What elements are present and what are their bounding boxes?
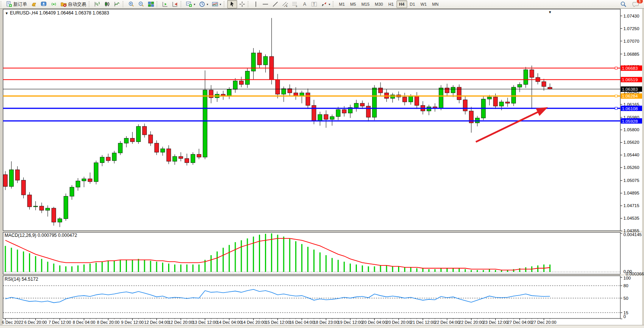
new-chart-icon	[186, 1, 192, 7]
timeframe-M15[interactable]: M15	[359, 0, 372, 8]
svg-text:1.07250: 1.07250	[623, 26, 639, 31]
toolbar-grip[interactable]	[123, 1, 125, 7]
svg-text:50: 50	[623, 296, 628, 301]
horizontal-line-button[interactable]	[260, 0, 270, 8]
candlestick-button[interactable]	[102, 0, 112, 8]
vertical-line-icon	[253, 1, 259, 7]
chevron-down-icon: ▾	[329, 3, 330, 6]
svg-text:1.04535: 1.04535	[623, 216, 639, 220]
vertical-line-button[interactable]	[251, 0, 260, 8]
chevron-down-icon: ▾	[207, 3, 208, 6]
svg-text:22 Dec 04:00: 22 Dec 04:00	[435, 320, 459, 325]
cursor-button[interactable]	[227, 0, 237, 8]
gold-button[interactable]	[29, 0, 39, 8]
svg-text:27 Dec 04:00: 27 Dec 04:00	[507, 320, 532, 325]
text-icon: A	[302, 1, 307, 7]
periods-button[interactable]: ▾	[197, 0, 210, 8]
arrows-button[interactable]: ▾	[319, 0, 332, 8]
timeframe-M30[interactable]: M30	[372, 0, 385, 8]
svg-text:20 Dec 04:00: 20 Dec 04:00	[362, 320, 387, 325]
zoom-in-button[interactable]	[126, 0, 136, 8]
signal-button[interactable]	[49, 0, 59, 8]
chart-canvas[interactable]: 1.074301.072501.070701.068851.067051.065…	[0, 0, 644, 328]
auto-trading-button[interactable]: 自动交易	[59, 0, 88, 8]
timeframe-MN[interactable]: MN	[429, 0, 441, 8]
svg-text:1.05800: 1.05800	[623, 127, 639, 132]
chart-shift-button[interactable]	[160, 0, 170, 8]
svg-text:T: T	[313, 2, 315, 6]
chart-shift-icon	[162, 1, 168, 7]
candlestick-icon	[104, 1, 110, 7]
trendline-button[interactable]	[270, 0, 280, 8]
svg-text:F: F	[296, 5, 297, 7]
svg-text:1.07430: 1.07430	[623, 14, 639, 18]
svg-text:0.004145: 0.004145	[623, 232, 642, 237]
timeframe-M5[interactable]: M5	[347, 0, 358, 8]
notifications-button[interactable]: 1	[631, 0, 641, 8]
toolbar-grip[interactable]	[224, 1, 226, 7]
new-order-button[interactable]: 新订单	[4, 0, 29, 8]
svg-text:100: 100	[623, 276, 631, 280]
search-icon	[620, 1, 626, 7]
templates-button[interactable]: ▾	[210, 0, 223, 8]
trade-toolbar: 新订单 自动交易	[0, 0, 88, 8]
svg-text:9 Dec 12:00: 9 Dec 12:00	[121, 320, 144, 325]
line-chart-icon	[114, 1, 120, 7]
svg-text:15 Dec 12:00: 15 Dec 12:00	[265, 320, 290, 325]
auto-scroll-button[interactable]	[170, 0, 180, 8]
toolbar-grip[interactable]	[157, 1, 159, 7]
svg-text:8 Dec 04:00: 8 Dec 04:00	[73, 320, 95, 325]
toolbar-grip[interactable]	[333, 1, 335, 7]
fibonacci-button[interactable]: F	[290, 0, 300, 8]
window-left-edge	[0, 8, 3, 328]
search-button[interactable]	[618, 0, 628, 8]
auto-trading-label: 自动交易	[68, 1, 86, 8]
fibonacci-icon: F	[292, 1, 298, 7]
svg-text:12 Dec 04:00: 12 Dec 04:00	[144, 320, 169, 325]
chart-panel	[3, 276, 620, 318]
svg-text:1.06383: 1.06383	[622, 87, 638, 92]
tile-windows-button[interactable]	[146, 0, 156, 8]
svg-text:14 Dec 04:00: 14 Dec 04:00	[217, 320, 241, 325]
crosshair-button[interactable]	[237, 0, 247, 8]
toolbar-grip[interactable]	[181, 1, 183, 7]
timeframe-H1[interactable]: H1	[385, 0, 396, 8]
community-button[interactable]	[39, 0, 49, 8]
objects-toolbar: ▾ ▾ ▾	[180, 0, 223, 8]
new-chart-button[interactable]: ▾	[184, 0, 197, 8]
svg-text:1.06108: 1.06108	[622, 106, 638, 111]
panel-splitter[interactable]	[3, 274, 642, 276]
timeframe-H4[interactable]: H4	[397, 0, 407, 8]
drawing-toolbar: E F A T ▾	[247, 0, 332, 8]
community-icon	[41, 1, 47, 7]
panel-splitter[interactable]	[3, 231, 642, 232]
svg-text:7 Dec 12:00: 7 Dec 12:00	[48, 320, 71, 325]
toolbar-grip[interactable]	[248, 1, 250, 7]
svg-text:80: 80	[623, 283, 628, 288]
zoom-in-icon	[128, 1, 134, 7]
chart-shift-marker[interactable]: ▼	[548, 10, 552, 14]
svg-text:0: 0	[623, 314, 626, 319]
symbol-dropdown-icon[interactable]: ▼	[5, 11, 8, 15]
text-button[interactable]: A	[300, 0, 309, 8]
timeframe-M1[interactable]: M1	[336, 0, 347, 8]
timeframe-W1[interactable]: W1	[418, 0, 430, 8]
channel-button[interactable]: E	[280, 0, 290, 8]
toolbar-grip[interactable]	[1, 1, 3, 7]
timeframe-toolbar: M1M5M15M30H1H4D1W1MN	[332, 0, 441, 8]
toolbar-grip[interactable]	[89, 1, 91, 7]
line-chart-button[interactable]	[112, 0, 122, 8]
chart-title: EURUSD-,H4 1.06409 1.06464 1.06378 1.063…	[10, 10, 109, 16]
svg-text:1.05075: 1.05075	[623, 178, 639, 183]
svg-text:1.04895: 1.04895	[623, 191, 639, 195]
auto-scroll-icon	[172, 1, 178, 7]
bar-chart-button[interactable]	[92, 0, 102, 8]
text-label-button[interactable]: T	[309, 0, 319, 8]
chevron-down-icon: ▾	[194, 3, 195, 6]
zoom-out-button[interactable]	[136, 0, 146, 8]
svg-text:14 Dec 20:00: 14 Dec 20:00	[241, 320, 266, 325]
timeframe-D1[interactable]: D1	[407, 0, 418, 8]
window-right-edge	[642, 8, 644, 328]
svg-text:1.05260: 1.05260	[623, 165, 639, 170]
svg-text:1.06284: 1.06284	[622, 94, 638, 98]
